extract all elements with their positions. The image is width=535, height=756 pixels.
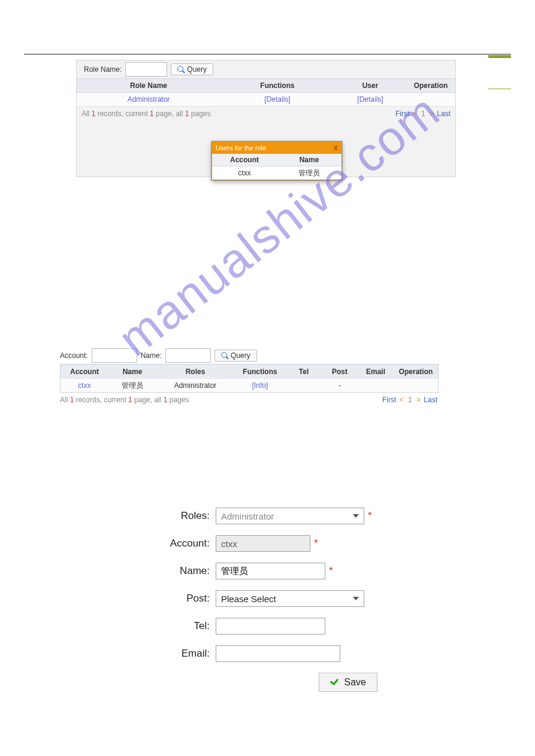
- popup-cell-account: ctxx: [212, 169, 277, 177]
- h-tel: Tel: [286, 368, 322, 376]
- h-functions: Functions: [234, 368, 286, 376]
- role-name-label: Role Name:: [84, 65, 122, 74]
- users-search-bar: Account: Name: Query: [60, 347, 437, 364]
- pager-prev-icon[interactable]: <: [413, 110, 417, 118]
- users-table-row: ctxx 管理员 Administrator [Info] -: [61, 379, 438, 392]
- page-top-rule: [24, 54, 511, 54]
- save-button[interactable]: Save: [319, 673, 377, 692]
- users-query-label: Query: [231, 351, 250, 360]
- account-input[interactable]: [92, 348, 137, 363]
- row-account: Account: ctxx *: [126, 535, 389, 552]
- users-panel: Account: Name: Query Account Name Roles …: [60, 347, 437, 407]
- name-input[interactable]: [165, 348, 211, 363]
- h-email: Email: [358, 368, 394, 376]
- roles-panel: Role Name: Query Role Name Functions Use…: [76, 60, 456, 177]
- roles-query-button[interactable]: Query: [171, 63, 213, 75]
- c-roles: Administrator: [156, 381, 234, 390]
- roles-search-bar: Role Name: Query: [77, 60, 455, 78]
- pager-last[interactable]: Last: [437, 110, 451, 118]
- pager2-prev-icon[interactable]: <: [400, 396, 404, 404]
- row-name: Name: *: [126, 563, 389, 579]
- pager2-next-icon[interactable]: >: [416, 396, 421, 404]
- row-roles: Roles: Administrator *: [126, 508, 389, 524]
- c-name: 管理员: [108, 381, 156, 391]
- pager: First < 1 > Last: [395, 110, 451, 118]
- label-roles: Roles:: [126, 510, 216, 522]
- pager-first[interactable]: First: [395, 110, 409, 118]
- popup-row: ctxx 管理员: [212, 166, 341, 180]
- green-accent-bar-2: [488, 89, 511, 89]
- cell-user[interactable]: [Details]: [334, 95, 406, 104]
- h-name: Name: [108, 368, 156, 376]
- row-post: Post: Please Select: [126, 590, 389, 607]
- required-star: *: [368, 510, 372, 522]
- check-icon: [330, 679, 340, 686]
- roles-query-label: Query: [187, 65, 207, 74]
- h-post: Post: [322, 368, 358, 376]
- pager2-page: 1: [408, 396, 412, 404]
- save-label: Save: [344, 677, 366, 688]
- required-star: *: [314, 538, 318, 549]
- record-summary-2: All 1 records, current 1 page, all 1 pag…: [60, 396, 189, 404]
- popup-title: Users for the role: [216, 144, 266, 151]
- record-summary: All 1 records, current 1 page, all 1 pag…: [81, 110, 211, 118]
- label-account: Account:: [126, 538, 216, 549]
- search-icon: [177, 66, 185, 73]
- green-accent-bar-1: [488, 55, 511, 58]
- pager-next-icon[interactable]: >: [430, 110, 434, 118]
- cell-functions[interactable]: [Details]: [220, 95, 334, 104]
- name-label: Name:: [141, 351, 162, 360]
- pager-2: First < 1 > Last: [382, 396, 437, 404]
- user-edit-form: Roles: Administrator * Account: ctxx * N…: [126, 508, 389, 703]
- label-email: Email:: [126, 648, 216, 660]
- pager2-first[interactable]: First: [382, 396, 396, 404]
- email-field[interactable]: [216, 645, 340, 662]
- post-select-value: Please Select: [221, 594, 276, 604]
- c-post: -: [322, 381, 358, 390]
- popup-titlebar: Users for the role X: [212, 142, 341, 154]
- label-post: Post:: [126, 593, 216, 605]
- popup-header-account: Account: [212, 156, 277, 164]
- row-save: Save: [126, 673, 389, 692]
- header-functions: Functions: [220, 81, 334, 90]
- h-roles: Roles: [156, 368, 234, 376]
- pager2-last[interactable]: Last: [424, 396, 437, 404]
- cell-role-name[interactable]: Administrator: [77, 95, 220, 104]
- account-label: Account:: [60, 351, 88, 360]
- chevron-down-icon: [353, 597, 359, 600]
- header-operation: Operation: [406, 81, 455, 90]
- roles-table-footer: All 1 records, current 1 page, all 1 pag…: [77, 107, 455, 121]
- users-query-button[interactable]: Query: [214, 350, 257, 362]
- close-icon[interactable]: X: [334, 144, 338, 151]
- popup-header: Account Name: [212, 154, 341, 166]
- h-account: Account: [61, 368, 108, 376]
- popup-cell-name: 管理员: [277, 168, 341, 178]
- role-name-input[interactable]: [125, 62, 167, 77]
- account-value: ctxx: [221, 539, 237, 549]
- c-account[interactable]: ctxx: [61, 381, 108, 390]
- account-readonly: ctxx: [216, 535, 310, 552]
- post-select[interactable]: Please Select: [216, 590, 364, 607]
- name-field[interactable]: [216, 563, 325, 579]
- row-email: Email:: [126, 645, 389, 662]
- header-user: User: [334, 81, 406, 90]
- h-operation: Operation: [394, 368, 438, 376]
- pager-page: 1: [421, 110, 425, 118]
- label-tel: Tel:: [126, 620, 216, 632]
- users-table-footer: All 1 records, current 1 page, all 1 pag…: [60, 393, 437, 407]
- tel-field[interactable]: [216, 618, 325, 634]
- roles-table-row: Administrator [Details] [Details]: [77, 93, 455, 107]
- roles-select-value: Administrator: [221, 511, 274, 521]
- users-table: Account Name Roles Functions Tel Post Em…: [60, 364, 439, 393]
- required-star: *: [329, 565, 333, 577]
- header-role-name: Role Name: [77, 81, 220, 90]
- row-tel: Tel:: [126, 618, 389, 634]
- c-functions[interactable]: [Info]: [234, 381, 286, 390]
- users-for-role-popup: Users for the role X Account Name ctxx 管…: [211, 141, 342, 180]
- search-icon: [221, 352, 228, 359]
- roles-table-header: Role Name Functions User Operation: [77, 78, 455, 93]
- chevron-down-icon: [353, 514, 359, 518]
- popup-header-name: Name: [277, 156, 341, 164]
- roles-select[interactable]: Administrator: [216, 508, 364, 524]
- label-name: Name:: [126, 565, 216, 577]
